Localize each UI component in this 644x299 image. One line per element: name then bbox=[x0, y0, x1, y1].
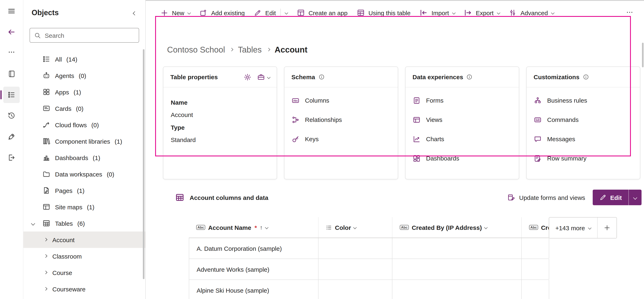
update-forms-views-button[interactable]: Update forms and views bbox=[507, 193, 585, 202]
columns-link[interactable]: Abc Columns bbox=[284, 91, 398, 110]
main-scrollbar[interactable] bbox=[642, 43, 644, 67]
table-row[interactable]: Adventure Works (sample) bbox=[189, 259, 549, 280]
sidebar-item-dashboards[interactable]: Dashboards(1) bbox=[24, 150, 145, 166]
cell-partial[interactable] bbox=[522, 280, 549, 299]
schema-card: Schema Abc Columns Relationships bbox=[284, 66, 398, 179]
content-area: Contoso School Tables Account Table prop… bbox=[146, 25, 644, 299]
sidebar-item-account[interactable]: Account bbox=[24, 232, 145, 248]
item-label: Tables bbox=[55, 220, 73, 227]
sidebar-item-component-libraries[interactable]: Component libraries(1) bbox=[24, 133, 145, 150]
divider bbox=[280, 8, 281, 17]
sidebar-item-classroom[interactable]: Classroom bbox=[24, 248, 145, 264]
sidebar-item-pages[interactable]: Pages(1) bbox=[24, 182, 145, 199]
charts-link[interactable]: Charts bbox=[406, 129, 519, 148]
button-label: Edit bbox=[265, 9, 276, 16]
back-button[interactable] bbox=[3, 24, 20, 40]
advanced-button[interactable]: Advanced bbox=[504, 4, 558, 21]
rocket-icon bbox=[8, 132, 16, 141]
forms-link[interactable]: Forms bbox=[406, 91, 519, 110]
keys-link[interactable]: Keys bbox=[284, 129, 398, 148]
row-summary-link[interactable]: Row summary bbox=[526, 148, 640, 168]
cell-color[interactable] bbox=[318, 238, 392, 258]
sidebar-item-courseware[interactable]: Courseware bbox=[24, 281, 145, 297]
export-button[interactable]: Export bbox=[460, 4, 504, 21]
rail-more-button[interactable] bbox=[3, 45, 20, 61]
sliders-icon bbox=[508, 8, 517, 17]
more-columns-button[interactable]: +143 more bbox=[549, 218, 597, 238]
column-label: Color bbox=[335, 224, 351, 231]
using-this-table-button[interactable]: Using this table bbox=[352, 4, 414, 21]
relationships-link[interactable]: Relationships bbox=[284, 110, 398, 129]
exit-solution-button[interactable] bbox=[3, 150, 20, 166]
cell-account-name[interactable]: A. Datum Corporation (sample) bbox=[189, 238, 318, 258]
item-label: Cards bbox=[55, 105, 72, 112]
section-actions: Update forms and views Edit bbox=[507, 190, 642, 205]
card-links: Forms Views Charts Dashboards bbox=[406, 88, 519, 168]
link-label: Views bbox=[426, 116, 442, 123]
link-label: Row summary bbox=[547, 155, 586, 162]
search-box[interactable] bbox=[30, 28, 139, 43]
sidebar-item-cloud-flows[interactable]: Cloud flows(0) bbox=[24, 116, 145, 133]
tools-dropdown-button[interactable] bbox=[257, 73, 270, 81]
edit-dropdown-button[interactable] bbox=[629, 190, 642, 205]
cell-partial[interactable] bbox=[522, 238, 549, 258]
chevron-right-icon bbox=[44, 271, 47, 274]
text-type-icon: Abc bbox=[400, 225, 409, 230]
edit-primary-button[interactable]: Edit bbox=[592, 194, 628, 201]
workspace-button[interactable] bbox=[3, 66, 20, 82]
sidebar-item-agents[interactable]: Agents(0) bbox=[24, 67, 145, 84]
link-label: Relationships bbox=[305, 116, 342, 123]
sidebar-item-all[interactable]: All(14) bbox=[24, 51, 145, 67]
column-header-color[interactable]: Color bbox=[318, 217, 392, 238]
business-rules-link[interactable]: Business rules bbox=[526, 91, 640, 110]
import-button[interactable]: Import bbox=[416, 4, 459, 21]
create-an-app-button[interactable]: Create an app bbox=[292, 4, 352, 21]
rocket-button[interactable] bbox=[3, 128, 20, 145]
sidebar-item-course[interactable]: Course bbox=[24, 264, 145, 281]
messages-link[interactable]: Messages bbox=[526, 129, 640, 148]
cell-partial[interactable] bbox=[522, 259, 549, 280]
breadcrumb-solution[interactable]: Contoso School bbox=[167, 45, 225, 54]
cell-created-by-ip[interactable] bbox=[392, 238, 522, 258]
command-bar-more-button[interactable] bbox=[622, 4, 638, 21]
breadcrumb-tables[interactable]: Tables bbox=[238, 45, 262, 54]
column-header-partial[interactable]: Abc Crea bbox=[521, 217, 549, 238]
edit-button[interactable]: Edit bbox=[250, 4, 292, 21]
sidebar-item-data-workspaces[interactable]: Data workspaces(0) bbox=[24, 166, 145, 182]
sidebar-scrollbar[interactable] bbox=[143, 49, 144, 279]
column-header-created-by-ip[interactable]: Abc Created By (IP Address) bbox=[392, 217, 521, 238]
ellipsis-icon bbox=[8, 48, 15, 58]
history-button[interactable] bbox=[3, 108, 20, 124]
settings-gear-button[interactable] bbox=[243, 73, 252, 81]
table-row[interactable]: A. Datum Corporation (sample) bbox=[189, 238, 549, 259]
cell-color[interactable] bbox=[318, 259, 392, 280]
add-column-button[interactable] bbox=[598, 218, 616, 238]
power-apps-maker-window: Objects All(14) Agents(0) Apps(1) Cards(… bbox=[0, 0, 644, 299]
search-input[interactable] bbox=[45, 32, 135, 39]
dashboard-icon bbox=[412, 154, 421, 162]
objects-panel: Objects All(14) Agents(0) Apps(1) Cards(… bbox=[24, 0, 146, 299]
edit-split-button[interactable]: Edit bbox=[592, 190, 642, 205]
sidebar-item-tables[interactable]: Tables(6) bbox=[24, 215, 145, 232]
sidebar-item-cards[interactable]: Cards(0) bbox=[24, 100, 145, 116]
sidebar-item-site-maps[interactable]: Site maps(1) bbox=[24, 199, 145, 215]
dashboards-link[interactable]: Dashboards bbox=[406, 148, 519, 168]
new-button[interactable]: New bbox=[156, 4, 194, 21]
chevron-down-icon bbox=[267, 75, 270, 78]
collapse-panel-button[interactable] bbox=[134, 9, 136, 16]
objects-button[interactable] bbox=[3, 86, 20, 103]
cell-account-name[interactable]: Alpine Ski House (sample) bbox=[189, 280, 318, 299]
views-link[interactable]: Views bbox=[406, 110, 519, 129]
cell-created-by-ip[interactable] bbox=[392, 280, 522, 299]
cell-color[interactable] bbox=[318, 280, 392, 299]
column-header-account-name[interactable]: Abc Account Name * ↑ bbox=[189, 217, 318, 238]
table-row[interactable]: Alpine Ski House (sample) bbox=[189, 280, 549, 299]
nav-menu-button[interactable] bbox=[3, 3, 20, 19]
commands-link[interactable]: Commands bbox=[526, 110, 640, 129]
sidebar-item-apps[interactable]: Apps(1) bbox=[24, 84, 145, 100]
table-grid-icon bbox=[175, 193, 184, 202]
cell-created-by-ip[interactable] bbox=[392, 259, 522, 280]
add-existing-button[interactable]: Add existing bbox=[195, 4, 249, 21]
cell-account-name[interactable]: Adventure Works (sample) bbox=[189, 259, 318, 280]
main-area: New Add existing Edit Create an app Usin… bbox=[146, 0, 644, 299]
